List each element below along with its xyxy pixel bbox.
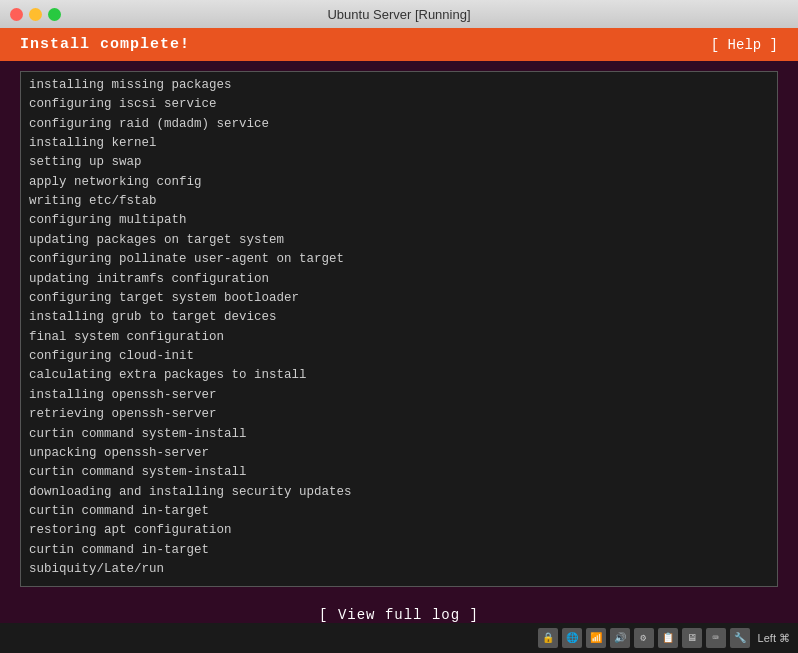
- log-line: setting up swap: [29, 153, 769, 172]
- install-status-title: Install complete!: [20, 36, 190, 53]
- titlebar: Ubuntu Server [Running]: [0, 0, 798, 28]
- log-scroll-area[interactable]: curtin command curthooks configuring apt…: [21, 72, 777, 586]
- close-button[interactable]: [10, 8, 23, 21]
- log-container: curtin command curthooks configuring apt…: [20, 71, 778, 587]
- main-area: Install complete! [ Help ] curtin comman…: [0, 28, 798, 653]
- log-line: restoring apt configuration: [29, 521, 769, 540]
- window-title: Ubuntu Server [Running]: [327, 7, 470, 22]
- header-bar: Install complete! [ Help ]: [0, 28, 798, 61]
- taskbar-icon-5[interactable]: ⚙: [634, 628, 654, 648]
- log-line: configuring pollinate user-agent on targ…: [29, 250, 769, 269]
- log-line: apply networking config: [29, 173, 769, 192]
- log-line: configuring cloud-init: [29, 347, 769, 366]
- log-line: installing missing packages: [29, 76, 769, 95]
- taskbar: 🔒 🌐 📶 🔊 ⚙ 📋 🖥 ⌨ 🔧 Left ⌘: [0, 623, 798, 653]
- log-line: updating packages on target system: [29, 231, 769, 250]
- log-line: curtin command system-install: [29, 463, 769, 482]
- log-line: retrieving openssh-server: [29, 405, 769, 424]
- log-line: curtin command system-install: [29, 425, 769, 444]
- taskbar-icon-8[interactable]: ⌨: [706, 628, 726, 648]
- log-line: curtin command in-target: [29, 502, 769, 521]
- log-line: configuring iscsi service: [29, 95, 769, 114]
- log-line: installing openssh-server: [29, 386, 769, 405]
- log-line: configuring target system bootloader: [29, 289, 769, 308]
- maximize-button[interactable]: [48, 8, 61, 21]
- taskbar-icon-4[interactable]: 🔊: [610, 628, 630, 648]
- taskbar-icon-3[interactable]: 📶: [586, 628, 606, 648]
- log-line: downloading and installing security upda…: [29, 483, 769, 502]
- log-line: calculating extra packages to install: [29, 366, 769, 385]
- log-line: final system configuration: [29, 328, 769, 347]
- log-line: installing kernel: [29, 134, 769, 153]
- taskbar-icon-2[interactable]: 🌐: [562, 628, 582, 648]
- help-button[interactable]: [ Help ]: [711, 37, 778, 53]
- view-full-log-button[interactable]: [ View full log ]: [319, 607, 479, 623]
- taskbar-icon-7[interactable]: 🖥: [682, 628, 702, 648]
- log-line: installing grub to target devices: [29, 308, 769, 327]
- minimize-button[interactable]: [29, 8, 42, 21]
- log-line: curtin command in-target: [29, 541, 769, 560]
- log-line: unpacking openssh-server: [29, 444, 769, 463]
- log-line: updating initramfs configuration: [29, 270, 769, 289]
- log-line: configuring multipath: [29, 211, 769, 230]
- taskbar-icon-9[interactable]: 🔧: [730, 628, 750, 648]
- taskbar-icon-1[interactable]: 🔒: [538, 628, 558, 648]
- taskbar-icon-6[interactable]: 📋: [658, 628, 678, 648]
- taskbar-time: Left ⌘: [758, 632, 790, 645]
- log-line: configuring raid (mdadm) service: [29, 115, 769, 134]
- window-controls: [10, 8, 61, 21]
- log-line: subiquity/Late/run: [29, 560, 769, 579]
- log-line: writing etc/fstab: [29, 192, 769, 211]
